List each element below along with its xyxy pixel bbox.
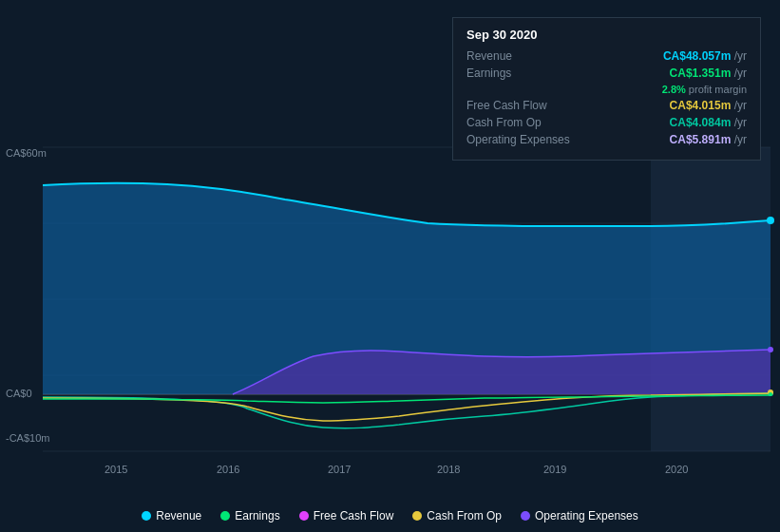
data-tooltip: Sep 30 2020 Revenue CA$48.057m /yr Earni… [452, 17, 761, 161]
svg-point-9 [767, 217, 774, 224]
x-label-2017: 2017 [328, 464, 351, 475]
legend-revenue[interactable]: Revenue [142, 509, 201, 522]
legend-earnings-label: Earnings [235, 509, 279, 522]
tooltip-fcf-value: CA$4.015m /yr [670, 99, 747, 112]
tooltip-earnings-label: Earnings [466, 66, 511, 80]
tooltip-date: Sep 30 2020 [466, 28, 747, 42]
tooltip-cashop-row: Cash From Op CA$4.084m /yr [466, 116, 747, 129]
x-label-2018: 2018 [437, 464, 460, 475]
legend-opex[interactable]: Operating Expenses [521, 509, 638, 522]
tooltip-cashop-label: Cash From Op [466, 116, 542, 129]
chart-legend: Revenue Earnings Free Cash Flow Cash Fro… [0, 509, 780, 522]
x-label-2015: 2015 [105, 464, 127, 475]
tooltip-opex-row: Operating Expenses CA$5.891m /yr [466, 133, 747, 146]
legend-opex-dot [521, 511, 530, 521]
legend-earnings-dot [220, 511, 230, 521]
legend-cashop-dot [412, 511, 422, 521]
tooltip-profit-margin: 2.8% profit margin [466, 84, 747, 95]
legend-earnings[interactable]: Earnings [220, 509, 279, 522]
svg-point-10 [768, 347, 773, 352]
tooltip-cashop-value: CA$4.084m /yr [670, 116, 747, 129]
legend-fcf[interactable]: Free Cash Flow [299, 509, 394, 522]
tooltip-earnings-row: Earnings CA$1.351m /yr [466, 66, 747, 80]
x-label-2019: 2019 [543, 464, 566, 475]
tooltip-fcf-label: Free Cash Flow [466, 99, 547, 112]
y-label-top: CA$60m [6, 147, 47, 159]
chart-container: CA$60m CA$0 -CA$10m 2015 2016 2017 2018 … [0, 0, 780, 532]
tooltip-fcf-row: Free Cash Flow CA$4.015m /yr [466, 99, 747, 112]
y-label-mid: CA$0 [6, 388, 32, 399]
tooltip-opex-value: CA$5.891m /yr [670, 133, 747, 146]
tooltip-revenue-row: Revenue CA$48.057m /yr [466, 49, 747, 63]
legend-cashop-label: Cash From Op [427, 509, 502, 522]
tooltip-revenue-value: CA$48.057m /yr [663, 49, 747, 63]
svg-point-13 [769, 392, 772, 396]
legend-revenue-dot [142, 511, 151, 521]
tooltip-earnings-value: CA$1.351m /yr [670, 66, 747, 80]
legend-revenue-label: Revenue [156, 509, 201, 522]
legend-opex-label: Operating Expenses [535, 509, 638, 522]
tooltip-revenue-label: Revenue [466, 49, 512, 63]
y-label-bot: -CA$10m [6, 432, 49, 444]
x-label-2020: 2020 [665, 464, 688, 475]
legend-cashop[interactable]: Cash From Op [412, 509, 502, 522]
legend-fcf-label: Free Cash Flow [314, 509, 394, 522]
tooltip-opex-label: Operating Expenses [466, 133, 570, 146]
x-label-2016: 2016 [217, 464, 239, 475]
legend-fcf-dot [299, 511, 309, 521]
